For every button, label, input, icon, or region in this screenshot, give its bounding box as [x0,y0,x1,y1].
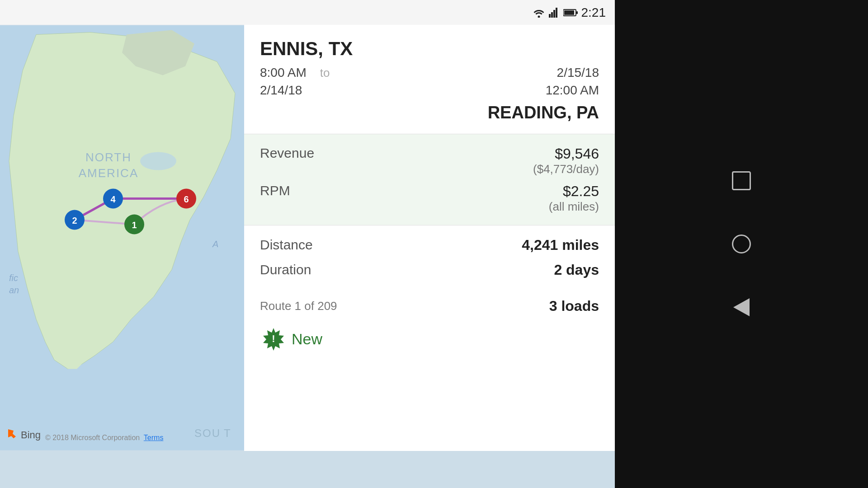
end-time: 12:00 AM [546,81,599,99]
svg-text:6: 6 [184,194,189,204]
svg-rect-2 [551,12,553,18]
stats-section: Revenue $9,546 ($4,773/day) RPM $2.25 (a… [244,134,615,225]
svg-point-0 [538,15,540,18]
recent-apps-button[interactable] [728,167,755,194]
route-count-label: Route 1 of 209 [260,299,337,313]
route-header: ENNIS, TX 8:00 AM 2/14/18 to 2/15/18 12:… [244,25,615,134]
home-button[interactable] [728,230,755,258]
back-icon [733,298,750,316]
svg-text:T: T [224,427,231,439]
wifi-icon [533,8,545,18]
svg-text:NORTH: NORTH [85,150,132,164]
svg-rect-1 [549,14,551,18]
duration-value: 2 days [554,262,599,278]
distance-label: Distance [260,237,313,253]
svg-text:1: 1 [132,220,137,230]
bing-text: Bing [21,429,41,441]
svg-text:4: 4 [110,194,116,204]
distance-row: Distance 4,241 miles [260,237,599,253]
svg-rect-7 [576,11,578,14]
recent-apps-icon [732,171,751,190]
svg-rect-6 [564,10,574,15]
rpm-row: RPM $2.25 (all miles) [260,183,599,214]
new-badge-button[interactable]: ! New [260,326,322,353]
right-panel: ENNIS, TX 8:00 AM 2/14/18 to 2/15/18 12:… [244,25,615,451]
route-origin: ENNIS, TX [260,38,599,59]
home-icon [732,235,751,253]
svg-text:!: ! [272,333,275,344]
bottom-map-bar [0,451,615,488]
end-date: 2/15/18 [557,64,599,81]
revenue-row: Revenue $9,546 ($4,773/day) [260,145,599,176]
svg-text:an: an [9,285,19,295]
duration-row: Duration 2 days [260,262,599,278]
bing-icon [5,428,18,442]
status-bar: 2:21 [0,0,615,25]
main-content: NORTH AMERICA fic an SOU T A [0,25,615,451]
svg-point-9 [140,152,176,170]
revenue-values: $9,546 ($4,773/day) [533,145,599,176]
battery-icon [563,9,578,17]
route-times: 8:00 AM 2/14/18 to 2/15/18 12:00 AM [260,64,599,99]
distance-value: 4,241 miles [522,237,599,253]
to-label: to [320,64,330,80]
start-date: 2/14/18 [260,81,307,99]
rpm-value: $2.25 [549,183,599,200]
route-start-times: 8:00 AM 2/14/18 [260,64,307,99]
svg-text:A: A [212,239,218,249]
svg-text:2: 2 [72,216,77,225]
android-nav-bar [615,0,868,488]
status-time: 2:21 [581,5,606,20]
rpm-note: (all miles) [549,200,599,214]
back-button[interactable] [728,294,755,321]
rpm-label: RPM [260,183,290,198]
revenue-label: Revenue [260,145,314,161]
details-section: Distance 4,241 miles Duration 2 days [244,225,615,298]
status-icons: 2:21 [533,5,606,20]
svg-text:fic: fic [9,273,18,283]
start-time: 8:00 AM [260,64,307,81]
new-badge-icon: ! [260,326,287,353]
new-badge-container: ! New [244,321,615,364]
rpm-values: $2.25 (all miles) [549,183,599,214]
revenue-value: $9,546 [533,145,599,162]
signal-icon [549,8,560,18]
route-destination: READING, PA [260,103,599,122]
svg-rect-3 [553,10,555,18]
svg-text:AMERICA: AMERICA [79,166,138,180]
route-info-row: Route 1 of 209 3 loads [244,298,615,321]
loads-value: 3 loads [549,298,599,314]
revenue-per-day: ($4,773/day) [533,162,599,176]
map-copyright: © 2018 Microsoft Corporation Terms [45,434,163,442]
map-terms-link[interactable]: Terms [144,434,164,441]
route-end-times: 2/15/18 12:00 AM [546,64,599,99]
svg-marker-28 [8,429,16,438]
map-area[interactable]: NORTH AMERICA fic an SOU T A [0,25,244,451]
new-badge-label: New [292,330,322,348]
svg-text:SOU: SOU [194,427,221,439]
svg-rect-4 [556,8,557,18]
bing-logo: Bing [5,428,41,442]
duration-label: Duration [260,262,311,277]
